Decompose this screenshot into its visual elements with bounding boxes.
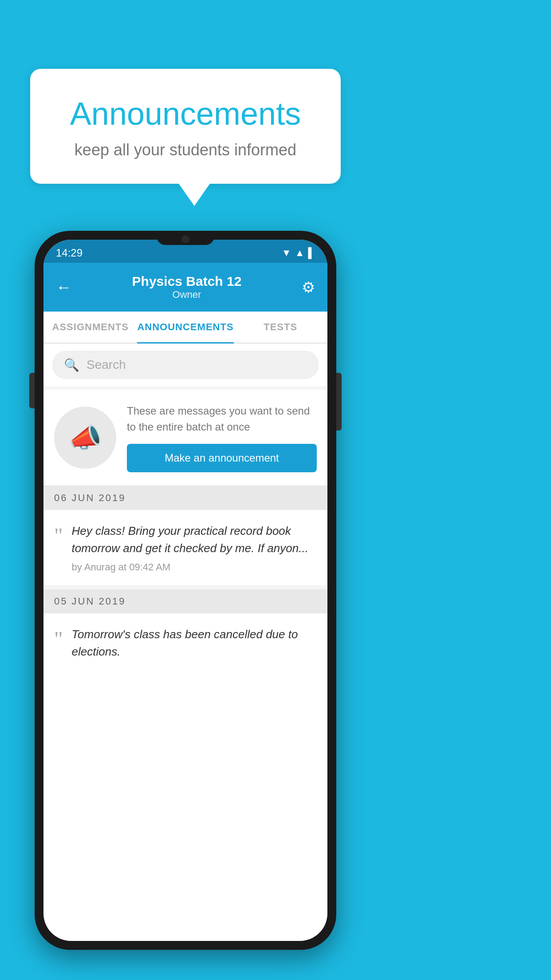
quote-icon-1: " — [54, 525, 63, 546]
wifi-icon: ▼ — [282, 247, 291, 259]
announcement-text-1: Hey class! Bring your practical record b… — [72, 522, 317, 557]
header-title: Physics Batch 12 — [72, 274, 302, 289]
battery-icon: ▌ — [308, 247, 315, 259]
content-area: 🔍 Search 📣 These are messages you want t… — [43, 344, 327, 677]
phone-notch — [157, 231, 214, 245]
search-placeholder: Search — [87, 358, 126, 372]
make-announcement-button[interactable]: Make an announcement — [127, 444, 317, 472]
speech-bubble-title: Announcements — [52, 95, 319, 132]
tab-tests[interactable]: TESTS — [234, 312, 327, 343]
search-bar[interactable]: 🔍 Search — [52, 351, 319, 379]
back-button[interactable]: ← — [56, 278, 72, 296]
megaphone-circle: 📣 — [54, 407, 116, 469]
speech-bubble-container: Announcements keep all your students inf… — [30, 69, 341, 206]
speech-bubble: Announcements keep all your students inf… — [30, 69, 341, 184]
speech-bubble-subtitle: keep all your students informed — [52, 141, 319, 159]
settings-icon[interactable]: ⚙ — [302, 278, 315, 296]
header-center: Physics Batch 12 Owner — [72, 274, 302, 300]
announcement-content-1: Hey class! Bring your practical record b… — [72, 522, 317, 573]
announcement-text-2: Tomorrow's class has been cancelled due … — [72, 626, 317, 660]
megaphone-icon: 📣 — [69, 422, 102, 454]
phone-mockup: 14:29 ▼ ▲ ▌ ← Physics Batch 12 Owner ⚙ — [35, 231, 336, 950]
phone-screen: 14:29 ▼ ▲ ▌ ← Physics Batch 12 Owner ⚙ — [43, 240, 327, 941]
app-header: ← Physics Batch 12 Owner ⚙ — [43, 263, 327, 312]
search-container: 🔍 Search — [43, 344, 327, 386]
tabs-container: ASSIGNMENTS ANNOUNCEMENTS TESTS — [43, 312, 327, 344]
announcement-item-1[interactable]: " Hey class! Bring your practical record… — [43, 510, 327, 586]
search-icon: 🔍 — [64, 358, 79, 372]
tab-announcements[interactable]: ANNOUNCEMENTS — [137, 312, 233, 343]
announcement-content-2: Tomorrow's class has been cancelled due … — [72, 626, 317, 665]
status-icons: ▼ ▲ ▌ — [282, 247, 315, 259]
date-separator-1: 06 JUN 2019 — [43, 486, 327, 510]
speech-bubble-arrow — [179, 184, 210, 206]
phone-outer: 14:29 ▼ ▲ ▌ ← Physics Batch 12 Owner ⚙ — [35, 231, 336, 950]
announcement-meta-1: by Anurag at 09:42 AM — [72, 561, 317, 573]
tab-assignments[interactable]: ASSIGNMENTS — [43, 312, 137, 343]
date-separator-2: 05 JUN 2019 — [43, 589, 327, 613]
header-subtitle: Owner — [72, 289, 302, 300]
phone-camera — [181, 235, 189, 243]
promo-right: These are messages you want to send to t… — [127, 403, 317, 472]
promo-card: 📣 These are messages you want to send to… — [43, 390, 327, 486]
promo-description: These are messages you want to send to t… — [127, 403, 317, 435]
announcement-item-2[interactable]: " Tomorrow's class has been cancelled du… — [43, 613, 327, 677]
status-time: 14:29 — [56, 247, 83, 259]
quote-icon-2: " — [54, 628, 63, 650]
signal-icon: ▲ — [295, 247, 305, 259]
